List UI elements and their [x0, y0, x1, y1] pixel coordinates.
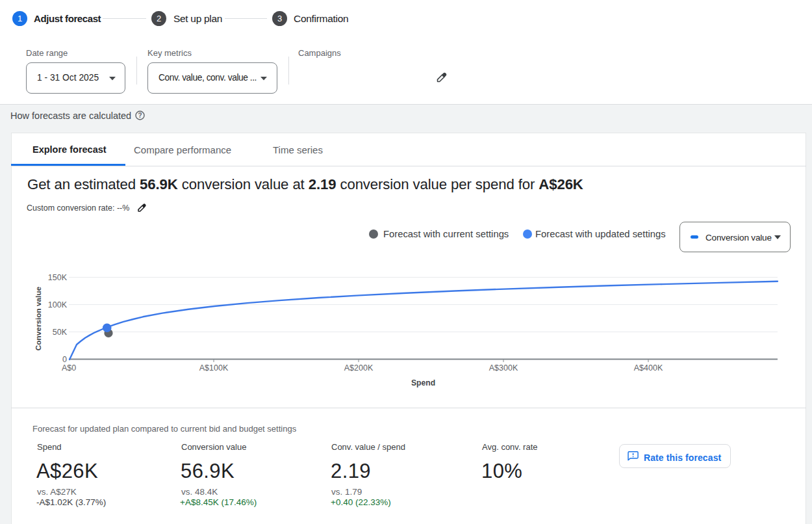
svg-text:A$100K: A$100K — [199, 363, 229, 373]
svg-text:A$200K: A$200K — [344, 363, 374, 373]
svg-text:A$0: A$0 — [62, 363, 76, 373]
svg-text:Conversion value: Conversion value — [34, 286, 43, 350]
svg-text:Spend: Spend — [411, 378, 435, 387]
svg-text:A$400K: A$400K — [634, 363, 663, 373]
svg-text:100K: 100K — [48, 300, 68, 309]
svg-text:150K: 150K — [48, 273, 68, 282]
svg-text:0: 0 — [62, 355, 67, 364]
svg-text:A$300K: A$300K — [489, 363, 518, 373]
svg-text:50K: 50K — [53, 328, 68, 337]
